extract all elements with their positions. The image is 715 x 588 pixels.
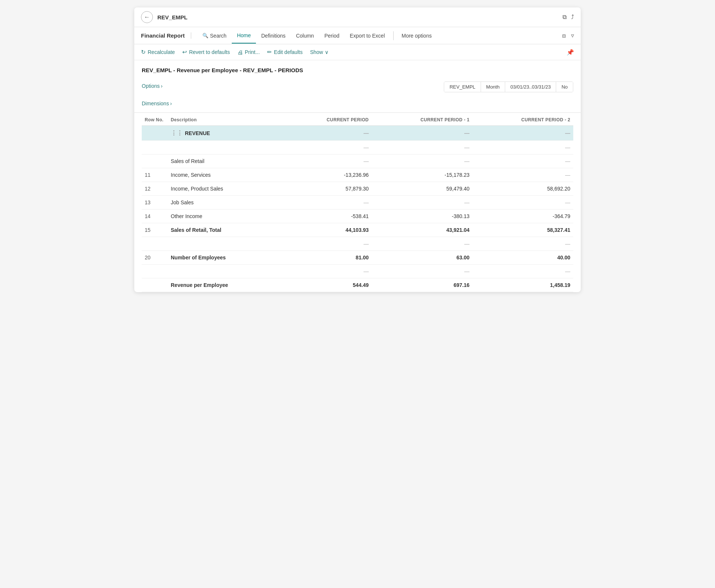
pin-icon[interactable]: 📌 [567, 49, 574, 56]
cell-current-period-2: — [472, 141, 573, 154]
cell-row-no: 12 [142, 182, 168, 196]
cell-current-period: 81.00 [284, 251, 372, 265]
cell-row-no [142, 265, 168, 278]
cell-description: Income, Product Sales [168, 182, 284, 196]
table-row[interactable]: 15Sales of Retail, Total44,103.9343,921.… [142, 223, 573, 237]
cell-description: ⋮⋮REVENUE [168, 126, 284, 141]
cell-current-period-2: — [472, 168, 573, 182]
recalculate-button[interactable]: ↻ Recalculate [141, 47, 175, 57]
share-icon[interactable]: ⧈ [562, 32, 566, 39]
cell-current-period: — [284, 265, 372, 278]
nav-search[interactable]: 🔍 Search [197, 28, 232, 43]
nav-period[interactable]: Period [319, 28, 344, 43]
table-row[interactable]: Sales of Retail——— [142, 154, 573, 168]
cell-row-no [142, 126, 168, 141]
cell-current-period: — [284, 196, 372, 210]
cell-current-period-1: 63.00 [372, 251, 472, 265]
col-current-period-1: CURRENT PERIOD - 1 [372, 113, 472, 126]
table-row[interactable]: 14Other Income-538.41-380.13-364.79 [142, 210, 573, 223]
print-icon: 🖨 [237, 49, 243, 55]
cell-description: Sales of Retail [168, 154, 284, 168]
cell-current-period-1: — [372, 141, 472, 154]
cell-row-no [142, 237, 168, 251]
cell-current-period-1: — [372, 154, 472, 168]
cell-current-period-2: 1,458.19 [472, 278, 573, 292]
table-row[interactable]: ——— [142, 237, 573, 251]
cell-current-period-2: — [472, 237, 573, 251]
cell-current-period: -538.41 [284, 210, 372, 223]
cell-current-period: 57,879.30 [284, 182, 372, 196]
recalculate-icon: ↻ [141, 49, 146, 55]
table-row[interactable]: Revenue per Employee544.49697.161,458.19 [142, 278, 573, 292]
table-row[interactable]: 11Income, Services-13,236.96-15,178.23— [142, 168, 573, 182]
chip-month[interactable]: Month [481, 82, 505, 92]
chip-no[interactable]: No [556, 82, 573, 92]
cell-current-period-1: 59,479.40 [372, 182, 472, 196]
cell-current-period-2: — [472, 196, 573, 210]
cell-description: Job Sales [168, 196, 284, 210]
col-current-period: CURRENT PERIOD [284, 113, 372, 126]
nav-definitions[interactable]: Definitions [256, 28, 291, 43]
page-title: REV_EMPL - Revenue per Employee - REV_EM… [134, 60, 581, 77]
table-row[interactable]: ——— [142, 141, 573, 154]
table-row[interactable]: 20Number of Employees81.0063.0040.00 [142, 251, 573, 265]
show-chevron-icon: ∨ [325, 49, 328, 55]
cell-current-period-2: -364.79 [472, 210, 573, 223]
options-chevron-icon: › [161, 83, 163, 89]
cell-row-no [142, 154, 168, 168]
cell-description: Other Income [168, 210, 284, 223]
table-row[interactable]: 13Job Sales——— [142, 196, 573, 210]
nav-brand: Financial Report [141, 32, 191, 39]
cell-current-period-2: 58,327.41 [472, 223, 573, 237]
nav-more[interactable]: More options [397, 28, 437, 43]
nav-divider [393, 31, 394, 40]
cell-current-period: — [284, 141, 372, 154]
cell-current-period: — [284, 154, 372, 168]
print-button[interactable]: 🖨 Print... [237, 48, 260, 57]
cell-description [168, 237, 284, 251]
edit-defaults-button[interactable]: ✏ Edit defaults [267, 47, 302, 57]
window-title: REV_EMPL [157, 14, 562, 20]
drag-handle-icon[interactable]: ⋮⋮ [171, 130, 183, 136]
nav-column[interactable]: Column [291, 28, 319, 43]
cell-current-period-1: -380.13 [372, 210, 472, 223]
filter-icon[interactable]: ▿ [571, 32, 574, 39]
cell-description [168, 141, 284, 154]
expand-icon[interactable]: ⧉ [562, 14, 567, 20]
cell-row-no: 11 [142, 168, 168, 182]
search-nav-icon: 🔍 [202, 33, 208, 38]
cell-description: Revenue per Employee [168, 278, 284, 292]
dimensions-label[interactable]: Dimensions › [142, 100, 573, 106]
table-row[interactable]: ⋮⋮REVENUE——— [142, 126, 573, 141]
col-current-period-2: CURRENT PERIOD - 2 [472, 113, 573, 126]
back-icon: ← [144, 14, 150, 20]
chip-date-range[interactable]: 03/01/23..03/31/23 [505, 82, 556, 92]
col-row-no: Row No. [142, 113, 168, 126]
cell-current-period-2: — [472, 154, 573, 168]
cell-current-period: — [284, 126, 372, 141]
cell-current-period-2: — [472, 126, 573, 141]
table-row[interactable]: ——— [142, 265, 573, 278]
cell-description [168, 265, 284, 278]
chip-rev-empl[interactable]: REV_EMPL [444, 82, 481, 92]
table-row[interactable]: 12Income, Product Sales57,879.3059,479.4… [142, 182, 573, 196]
cell-current-period-1: — [372, 126, 472, 141]
nav-home[interactable]: Home [232, 28, 256, 44]
cell-current-period-2: 40.00 [472, 251, 573, 265]
cell-row-no: 13 [142, 196, 168, 210]
show-button[interactable]: Show ∨ [310, 48, 328, 57]
options-label[interactable]: Options › [142, 83, 163, 89]
revert-button[interactable]: ↩ Revert to defaults [182, 47, 230, 57]
cell-row-no: 20 [142, 251, 168, 265]
nav-export[interactable]: Export to Excel [344, 28, 390, 43]
cell-row-no [142, 278, 168, 292]
cell-current-period: — [284, 237, 372, 251]
back-button[interactable]: ← [141, 11, 153, 23]
cell-current-period-1: -15,178.23 [372, 168, 472, 182]
edit-icon: ✏ [267, 49, 272, 55]
cell-description: Income, Services [168, 168, 284, 182]
cell-current-period-2: — [472, 265, 573, 278]
cell-current-period-1: — [372, 265, 472, 278]
fullscreen-icon[interactable]: ⤴ [571, 14, 574, 20]
cell-row-no: 15 [142, 223, 168, 237]
